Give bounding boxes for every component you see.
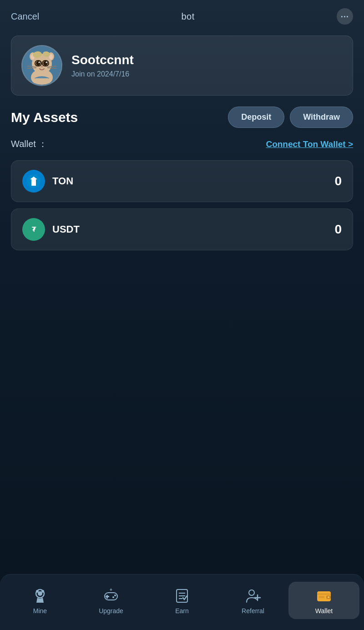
svg-text:₮: ₮ xyxy=(32,226,36,233)
nav-wallet-label: Wallet xyxy=(315,607,333,615)
assets-header: My Assets Deposit Withdraw xyxy=(11,107,353,128)
ton-icon xyxy=(22,170,45,193)
svg-point-16 xyxy=(40,66,43,67)
profile-username: Sootccnnt xyxy=(71,53,343,67)
wallet-label: Wallet ： xyxy=(11,138,47,150)
nav-item-earn[interactable]: Earn xyxy=(147,582,217,619)
assets-section: My Assets Deposit Withdraw Wallet ： Conn… xyxy=(0,107,364,250)
svg-point-12 xyxy=(46,62,47,63)
usdt-token-name: USDT xyxy=(52,224,80,235)
ton-token-left: TON xyxy=(22,170,73,193)
earn-icon xyxy=(173,586,191,605)
svg-point-27 xyxy=(41,590,44,593)
usdt-token-left: ₮ USDT xyxy=(22,218,80,241)
nav-item-upgrade[interactable]: + Upgrade xyxy=(76,582,147,619)
svg-point-43 xyxy=(328,596,329,598)
menu-dots-icon: ⋯ xyxy=(340,11,349,21)
nav-item-referral[interactable]: Referral xyxy=(217,582,288,619)
ton-token-card: TON 0 xyxy=(11,160,353,202)
ton-balance: 0 xyxy=(334,174,342,188)
usdt-icon: ₮ xyxy=(22,218,45,241)
withdraw-button[interactable]: Withdraw xyxy=(290,107,353,128)
svg-text:+: + xyxy=(110,587,112,592)
mine-icon xyxy=(31,586,49,605)
nav-referral-label: Referral xyxy=(242,607,264,615)
nav-item-mine[interactable]: Mine xyxy=(5,582,76,619)
wallet-row: Wallet ： Connect Ton Wallet > xyxy=(11,138,353,150)
nav-earn-label: Earn xyxy=(175,607,189,615)
cancel-button[interactable]: Cancel xyxy=(11,11,39,22)
header-title: bot xyxy=(181,11,194,22)
assets-title: My Assets xyxy=(11,110,78,125)
svg-point-11 xyxy=(39,62,40,63)
deposit-button[interactable]: Deposit xyxy=(228,107,284,128)
nav-mine-label: Mine xyxy=(33,607,47,615)
connect-wallet-link[interactable]: Connect Ton Wallet > xyxy=(266,139,353,149)
svg-point-31 xyxy=(114,594,116,596)
svg-line-18 xyxy=(27,68,36,68)
profile-card: Sootccnnt Join on 2024/7/16 xyxy=(11,36,353,96)
svg-point-32 xyxy=(112,596,114,598)
svg-line-20 xyxy=(47,68,56,68)
menu-button[interactable]: ⋯ xyxy=(337,8,353,25)
upgrade-icon: + xyxy=(102,586,120,605)
assets-buttons: Deposit Withdraw xyxy=(228,107,353,128)
usdt-balance: 0 xyxy=(334,222,342,237)
svg-point-9 xyxy=(36,61,40,66)
referral-icon xyxy=(244,586,262,605)
header: Cancel bot ⋯ xyxy=(0,0,364,31)
profile-info: Sootccnnt Join on 2024/7/16 xyxy=(71,53,343,78)
bottom-nav: Mine + Upgrade xyxy=(0,574,364,630)
svg-rect-30 xyxy=(106,596,109,597)
wallet-nav-icon xyxy=(315,586,333,605)
nav-upgrade-label: Upgrade xyxy=(99,607,123,615)
avatar xyxy=(21,45,62,86)
svg-point-10 xyxy=(43,61,48,66)
profile-join-date: Join on 2024/7/16 xyxy=(71,70,343,78)
ton-token-name: TON xyxy=(52,175,73,187)
svg-point-26 xyxy=(36,590,39,593)
nav-item-wallet[interactable]: Wallet xyxy=(288,582,359,619)
svg-rect-44 xyxy=(319,596,324,598)
svg-point-38 xyxy=(249,590,254,595)
usdt-token-card: ₮ USDT 0 xyxy=(11,208,353,250)
